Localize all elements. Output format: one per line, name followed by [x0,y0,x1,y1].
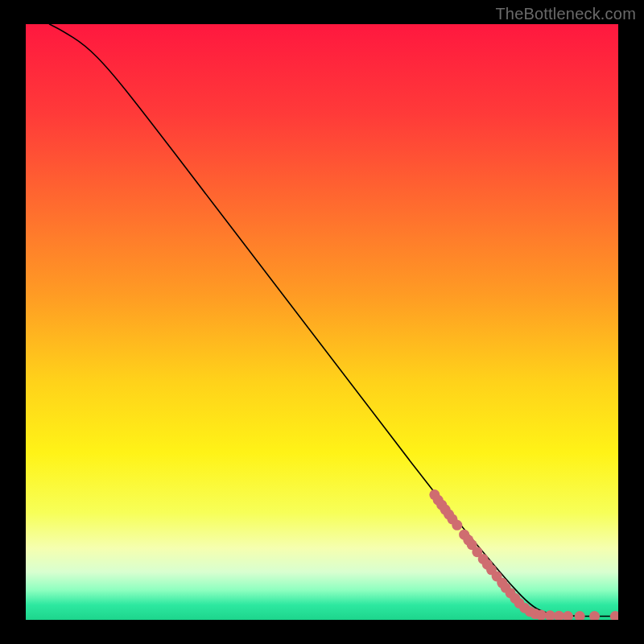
chart-plot-area [26,24,618,620]
chart-svg [26,24,618,620]
watermark-text: TheBottleneck.com [495,5,636,23]
highlight-dot [536,610,547,620]
gradient-background [26,24,618,620]
highlight-dot [452,520,462,530]
chart-stage: TheBottleneck.com [0,0,644,644]
